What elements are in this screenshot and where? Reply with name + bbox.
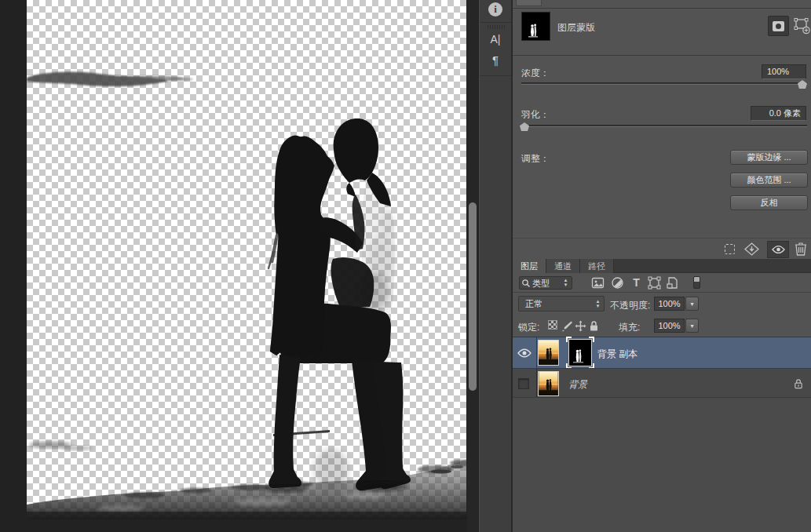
photoshop-workspace: i A| ¶ 图层蒙版: [0, 0, 811, 532]
feather-value-field[interactable]: 0.0 像素: [751, 106, 806, 121]
layers-panel: 图层 通道 路径 类型 ▴▾ T: [512, 259, 811, 532]
density-slider[interactable]: [521, 82, 807, 85]
density-value-field[interactable]: 100%: [762, 64, 806, 79]
visibility-cell[interactable]: [513, 337, 537, 368]
layer-row-background-copy[interactable]: 背景 副本: [513, 337, 811, 368]
delete-mask-trash-icon[interactable]: [795, 242, 807, 256]
fill-label: 填充:: [619, 321, 640, 334]
paragraph-panel-icon[interactable]: ¶: [480, 53, 511, 67]
invert-button[interactable]: 反相: [730, 195, 808, 210]
visibility-cell[interactable]: [513, 369, 537, 397]
feather-label: 羽化：: [521, 108, 550, 122]
divider: [513, 55, 811, 56]
canvas-vertical-scrollbar[interactable]: [467, 0, 478, 532]
density-label: 浓度：: [521, 67, 550, 80]
character-panel-icon[interactable]: A|: [480, 33, 511, 46]
load-selection-from-mask-icon[interactable]: [725, 244, 735, 254]
mask-figure-icon: [522, 13, 550, 40]
lock-pixels-brush-icon[interactable]: [561, 320, 573, 332]
panel-title: 图层蒙版: [557, 21, 595, 35]
layer-mask-thumbnail[interactable]: [521, 12, 550, 41]
visibility-empty-well[interactable]: [518, 378, 529, 389]
opacity-label: 不透明度:: [610, 299, 650, 312]
tab-channels[interactable]: 通道: [546, 259, 580, 273]
filter-shape-layers-icon[interactable]: [648, 276, 661, 290]
opacity-dropdown-arrow[interactable]: ▾: [685, 297, 699, 311]
mask-enable-toggle[interactable]: [767, 241, 789, 258]
layer-mask-thumbnail-row[interactable]: [568, 339, 592, 366]
feather-slider[interactable]: [521, 125, 807, 127]
density-slider-handle[interactable]: [798, 80, 807, 89]
collapsed-panels-dock: i A| ¶: [479, 0, 512, 532]
eye-icon[interactable]: [517, 348, 532, 358]
dock-divider: [480, 22, 511, 23]
panel-header-stub: [516, 0, 542, 6]
blend-mode-select[interactable]: 正常 ▴▾: [518, 296, 605, 312]
layers-tabbar: 图层 通道 路径: [513, 259, 811, 273]
lock-position-icon[interactable]: [575, 320, 586, 332]
layer-filter-row: 类型 ▴▾ T: [513, 273, 811, 293]
filter-kind-select[interactable]: 类型 ▴▾: [519, 276, 572, 290]
lock-label: 锁定:: [518, 321, 539, 334]
layer-row-background[interactable]: 背景: [513, 368, 811, 398]
opacity-value-field[interactable]: 100%: [654, 297, 685, 311]
vector-mask-button[interactable]: [793, 17, 811, 35]
mask-target-bracket: [589, 337, 594, 342]
lock-row: 锁定: 填充: 100% ▾: [513, 315, 811, 337]
mask-target-bracket: [566, 337, 572, 342]
info-panel-icon[interactable]: i: [480, 2, 511, 16]
document-canvas[interactable]: [27, 0, 466, 519]
search-icon: [521, 279, 531, 288]
couple-silhouette-artwork: [27, 0, 466, 519]
pixel-mask-button[interactable]: [768, 16, 789, 36]
fill-value-field[interactable]: 100%: [654, 319, 685, 333]
apply-mask-icon[interactable]: [744, 242, 759, 256]
layer-thumbnail[interactable]: [538, 371, 559, 396]
filter-adjustment-layers-icon[interactable]: [611, 276, 624, 290]
fill-dropdown-arrow[interactable]: ▾: [685, 319, 699, 333]
layer-name[interactable]: 背景: [568, 378, 587, 392]
color-range-button[interactable]: 颜色范围 ...: [730, 173, 808, 188]
filter-pixel-layers-icon[interactable]: [591, 276, 605, 290]
lock-transparency-icon[interactable]: [548, 320, 557, 330]
feather-slider-handle[interactable]: [520, 122, 529, 131]
layer-list: 背景 副本: [513, 337, 811, 532]
properties-panel: 图层蒙版 浓度： 100% 羽化： 0.0 像素 调整： 蒙版边缘 ... 颜色…: [512, 0, 811, 259]
blend-mode-row: 正常 ▴▾ 不透明度: 100% ▾: [513, 293, 811, 315]
filter-type-layers-icon[interactable]: T: [630, 276, 643, 290]
filter-on-off-toggle[interactable]: [693, 276, 700, 289]
layer-name[interactable]: 背景 副本: [597, 348, 637, 361]
dock-divider: [480, 75, 511, 76]
lock-all-icon[interactable]: [589, 320, 599, 332]
background-lock-icon[interactable]: [794, 378, 803, 389]
tab-paths[interactable]: 路径: [580, 259, 614, 273]
properties-footer: [513, 238, 811, 259]
divider: [513, 8, 811, 9]
filter-smart-objects-icon[interactable]: [666, 276, 679, 290]
filter-kind-label: 类型: [532, 278, 550, 290]
layer-thumbnail[interactable]: [538, 340, 559, 366]
mask-edge-button[interactable]: 蒙版边缘 ...: [730, 150, 808, 165]
panel-group-grip[interactable]: [488, 25, 505, 29]
eye-icon: [772, 245, 785, 254]
tab-layers[interactable]: 图层: [513, 259, 546, 273]
scrollbar-thumb[interactable]: [469, 202, 477, 391]
adjust-label: 调整：: [521, 152, 550, 166]
